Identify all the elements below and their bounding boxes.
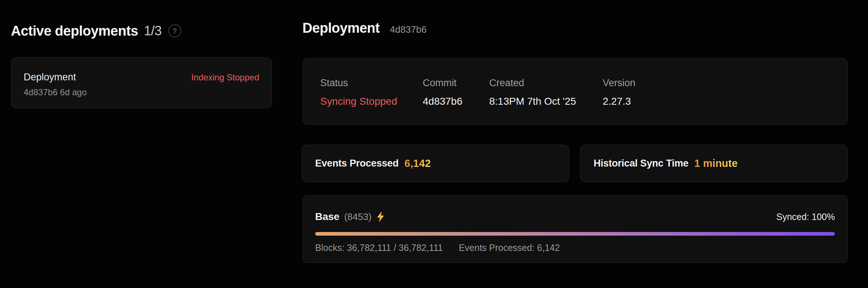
active-deployments-header: Active deployments 1/3 ? (11, 20, 181, 41)
deployment-item-status-badge: Indexing Stopped (191, 72, 259, 83)
field-status: Status Syncing Stopped (320, 78, 423, 124)
deployment-detail-header: Deployment 4d837b6 (302, 20, 427, 41)
field-status-label: Status (320, 78, 423, 88)
chain-stats-row: Blocks: 36,782,111 / 36,782,111 Events P… (315, 243, 835, 253)
field-status-value: Syncing Stopped (320, 96, 423, 107)
field-version-label: Version (603, 78, 635, 88)
synced-percent-label: Synced: 100% (776, 212, 835, 222)
deployments-dashboard: Active deployments 1/3 ? Deployment Inde… (0, 0, 868, 288)
field-commit-value: 4d837b6 (423, 96, 489, 107)
blocks-progress-label: Blocks: 36,782,111 / 36,782,111 (315, 243, 443, 253)
page-title: Deployment (302, 20, 379, 36)
lightning-icon (376, 211, 385, 222)
historical-sync-time-value: 1 minute (694, 157, 738, 169)
active-deployments-count: 1/3 (144, 23, 162, 39)
deployment-item-meta: 4d837b6 6d ago (24, 87, 259, 97)
deployment-list-item-row: Deployment Indexing Stopped (24, 72, 259, 83)
deployment-list-item[interactable]: Deployment Indexing Stopped 4d837b6 6d a… (11, 57, 272, 108)
field-commit-label: Commit (423, 78, 489, 88)
events-processed-label: Events Processed (315, 158, 398, 169)
field-version-value: 2.27.3 (603, 96, 635, 107)
field-commit: Commit 4d837b6 (423, 78, 489, 124)
deployment-item-title: Deployment (24, 72, 76, 83)
chain-name: Base (315, 211, 339, 223)
sync-progress-bar (315, 232, 835, 236)
field-created-label: Created (489, 78, 603, 88)
active-deployments-title: Active deployments (11, 23, 138, 39)
field-created-value: 8:13PM 7th Oct '25 (489, 96, 603, 107)
events-processed-card: Events Processed 6,142 (302, 145, 569, 182)
chain-events-processed-label: Events Processed: 6,142 (459, 243, 560, 253)
historical-sync-time-card: Historical Sync Time 1 minute (580, 145, 848, 182)
chain-header-row: Base (8453) Synced: 100% (315, 211, 835, 223)
field-version: Version 2.27.3 (603, 78, 635, 124)
chain-id: (8453) (344, 211, 371, 223)
help-icon[interactable]: ? (168, 24, 181, 37)
field-created: Created 8:13PM 7th Oct '25 (489, 78, 603, 124)
deployment-overview-card: Status Syncing Stopped Commit 4d837b6 Cr… (302, 58, 848, 125)
sync-progress-fill (315, 232, 835, 236)
historical-sync-time-label: Historical Sync Time (594, 158, 688, 169)
commit-hash: 4d837b6 (390, 24, 426, 35)
events-processed-value: 6,142 (404, 157, 431, 169)
chain-sync-card: Base (8453) Synced: 100% Bl (302, 195, 848, 263)
